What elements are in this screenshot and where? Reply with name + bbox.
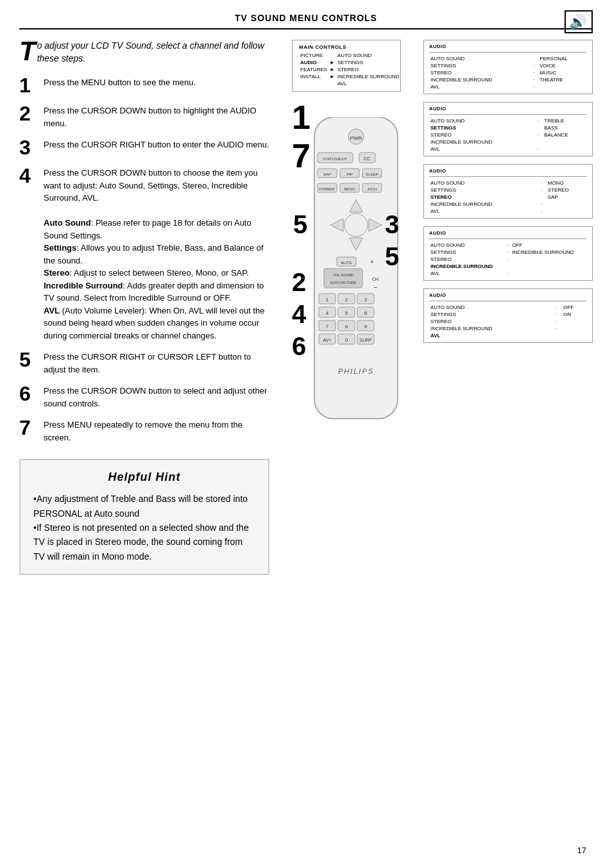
menu-item-audio: AUDIO [299, 59, 328, 66]
svg-rect-28 [324, 269, 362, 288]
auto-sound-label: Auto Sound [44, 218, 91, 228]
sound-icon: 🔊 [565, 10, 593, 33]
settings-label: Settings [44, 243, 76, 253]
step-text-5: Press the CURSOR RIGHT or CURSOR LEFT bu… [44, 351, 269, 376]
audio-row-4-1: AUTO SOUND · OFF [429, 242, 587, 249]
svg-text:PWR: PWR [350, 135, 362, 141]
remote-overlay-5: 5 [293, 210, 307, 239]
menu-item-install: INSTALL [299, 73, 328, 80]
step-text-6: Press the CURSOR DOWN button to select a… [44, 385, 269, 410]
audio-cell-4-5r [511, 270, 587, 277]
audio-cell-incredible-1: INCREDIBLE SURROUND [429, 76, 532, 83]
audio-row-5-4: INCREDIBLE SURROUND · [429, 325, 587, 332]
step-number-5: 5 [19, 349, 37, 370]
audio-row-3-2: SETTINGS · STEREO [429, 187, 587, 194]
audio-cell-avl-2: AVL [429, 146, 536, 153]
svg-text:SURF: SURF [359, 338, 371, 342]
audio-row-4-3: STEREO · [429, 256, 587, 263]
right-column: AUDIO AUTO SOUND PERSONAL SETTINGS · VOI… [423, 40, 593, 575]
page: TV Sound Menu Controls 🔊 T o adjust your… [0, 0, 612, 868]
audio-arrow-3-1: · [540, 179, 547, 187]
audio-arrow-1-2: · [532, 62, 538, 69]
divider-2 [429, 114, 587, 115]
svg-text:5: 5 [345, 310, 348, 316]
svg-text:4: 4 [326, 310, 329, 316]
audio-table-2: AUTO SOUND · TREBLE SETTINGS BASS STEREO… [429, 117, 587, 153]
audio-row-1-1: AUTO SOUND PERSONAL [429, 55, 587, 62]
menu-row-features: FEATURES ► STEREO [299, 66, 400, 73]
menu-arrow-install: ► [328, 73, 336, 80]
svg-text:AV+: AV+ [323, 338, 332, 342]
svg-text:MUTE: MUTE [341, 261, 352, 265]
audio-arrow-3-3 [540, 194, 547, 201]
audio-cell-personal: PERSONAL [538, 55, 587, 62]
hint-text: •Any adjustment of Treble and Bass will … [33, 492, 255, 563]
audio-row-4-2: SETTINGS · INCREDIBLE SURROUND [429, 249, 587, 256]
audio-table-5: AUTO SOUND · OFF SETTINGS · ON STEREO · [429, 304, 587, 339]
audio-cell-bass: BASS [543, 124, 587, 131]
menu-row-audio: AUDIO ► SETTINGS [299, 59, 400, 66]
audio-arrow-4-1: · [506, 242, 511, 249]
audio-arrow-4-3: · [506, 256, 511, 263]
step-2: 2 Press the CURSOR DOWN button to highli… [19, 104, 269, 129]
audio-cell-stereo-1: STEREO [429, 69, 532, 76]
intro-text: T o adjust your LCD TV Sound, select a c… [19, 40, 269, 65]
step-text-3: Press the CURSOR RIGHT button to enter t… [44, 138, 269, 151]
audio-row-2-1: AUTO SOUND · TREBLE [429, 117, 587, 124]
audio-cell-auto-sound-3: AUTO SOUND [429, 179, 540, 187]
audio-cell-auto-sound-2: AUTO SOUND [429, 117, 536, 124]
audio-menu-2: AUDIO AUTO SOUND · TREBLE SETTINGS BASS … [423, 102, 593, 156]
audio-arrow-1-5: · [532, 83, 538, 90]
audio-arrow-1-3: · [532, 69, 538, 76]
svg-text:7: 7 [326, 324, 329, 330]
audio-cell-balance: BALANCE [543, 131, 587, 138]
svg-text:PIP: PIP [346, 172, 353, 176]
audio-cell-5-3r [562, 318, 587, 325]
divider-1 [429, 52, 587, 53]
audio-menu-3: AUDIO AUTO SOUND · MONO SETTINGS · STERE… [423, 164, 593, 219]
menu-item-features: FEATURES [299, 66, 328, 73]
incredible-surround-label: Incredible Surround [44, 281, 123, 290]
audio-table-3: AUTO SOUND · MONO SETTINGS · STEREO STER… [429, 179, 587, 215]
svg-text:SAP: SAP [323, 172, 331, 176]
audio-title-2: AUDIO [429, 106, 587, 112]
audio-arrow-4-2: · [506, 249, 511, 256]
audio-arrow-5-4: · [554, 325, 562, 332]
audio-arrow-4-4 [506, 263, 511, 270]
audio-cell-off-5: OFF [562, 304, 587, 311]
menu-arrow-empty [328, 80, 336, 87]
stereo-label: Stereo [44, 268, 69, 278]
audio-arrow-3-5: · [540, 208, 547, 215]
remote-overlay-6: 6 [292, 332, 306, 361]
menu-item-settings: SETTINGS [336, 59, 400, 66]
audio-menu-5: AUDIO AUTO SOUND · OFF SETTINGS · ON STE… [423, 288, 593, 343]
audio-cell-4-3r [511, 256, 587, 263]
audio-row-1-5: AVL · [429, 83, 587, 90]
audio-row-1-4: INCREDIBLE SURROUND · THEATRE [429, 76, 587, 83]
step-text-4: Press the CURSOR DOWN button to choose t… [44, 167, 269, 342]
audio-cell-settings-4: SETTINGS [429, 249, 506, 256]
menu-overlay-title: MAIN CONTROLS [299, 44, 394, 50]
audio-cell-2-4r [543, 138, 587, 146]
audio-cell-treble: TREBLE [543, 117, 587, 124]
svg-text:6: 6 [364, 310, 368, 316]
hint-bullet-2: •If Stereo is not presented on a selecte… [33, 522, 249, 562]
divider-3 [429, 176, 587, 177]
audio-row-4-5: AVL · [429, 270, 587, 277]
hint-bullet-1: •Any adjustment of Treble and Bass will … [33, 494, 248, 518]
svg-text:2: 2 [345, 297, 348, 303]
svg-text:1: 1 [326, 297, 329, 303]
remote-overlay-2: 2 [292, 268, 306, 297]
svg-text:A/CH: A/CH [368, 187, 377, 191]
menu-item-avl: AVL [336, 80, 400, 87]
svg-text:FORMAT: FORMAT [319, 187, 336, 191]
menu-row-avl: AVL [299, 80, 400, 87]
helpful-hint-box: Helpful Hint •Any adjustment of Treble a… [19, 459, 269, 575]
audio-cell-mono: MONO [547, 179, 587, 187]
audio-arrow-1-4: · [532, 76, 538, 83]
menu-item-empty [299, 80, 328, 87]
svg-text:CH: CH [372, 277, 378, 281]
audio-table-1: AUTO SOUND PERSONAL SETTINGS · VOICE STE… [429, 55, 587, 90]
audio-row-5-1: AUTO SOUND · OFF [429, 304, 587, 311]
svg-text:0: 0 [345, 337, 348, 343]
